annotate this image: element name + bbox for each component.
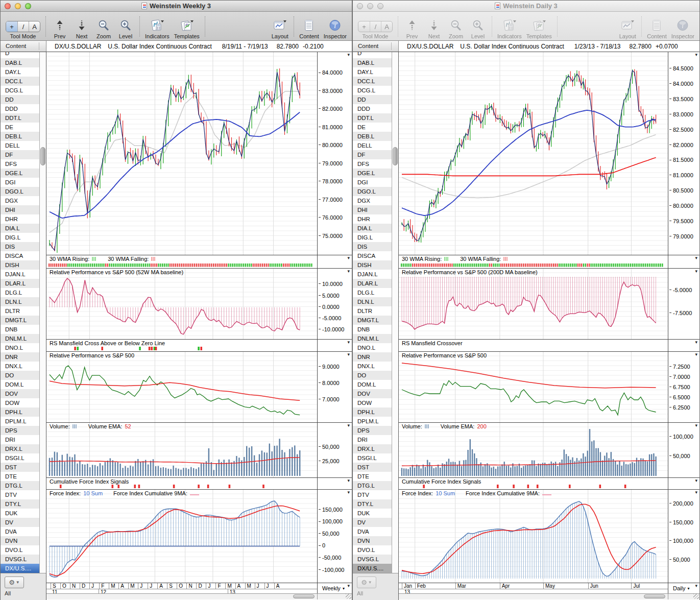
- sidebar-ticker-item[interactable]: DCC.L: [353, 77, 392, 86]
- sidebar-ticker-item[interactable]: DUK: [353, 509, 392, 518]
- tool-mode-text[interactable]: A: [29, 21, 40, 32]
- sidebar-ticker-item[interactable]: DLG.L: [1, 288, 39, 297]
- sidebar-ticker-item[interactable]: DISCA: [1, 251, 39, 260]
- force-index-canvas[interactable]: [399, 490, 668, 583]
- sidebar-ticker-item[interactable]: DHR: [1, 214, 39, 224]
- rel-perf-200d-plot[interactable]: Relative Performance vs S&P 500 (200D MA…: [399, 269, 668, 339]
- sidebar-ticker-item[interactable]: DMGT.L: [353, 316, 392, 325]
- toolbar-content-button[interactable]: Content: [299, 14, 319, 39]
- panel-collapse-icon[interactable]: ▾: [695, 478, 697, 483]
- sidebar-ticker-item[interactable]: DNX.L: [1, 362, 39, 371]
- sidebar-ticker-item[interactable]: DEB.L: [1, 132, 39, 141]
- sidebar-ticker-item[interactable]: DIS: [353, 242, 392, 251]
- force-index-plot[interactable]: Force Index:10 SumForce Index Cumulative…: [399, 490, 668, 583]
- sidebar-ticker-item[interactable]: DIA.L: [353, 224, 392, 233]
- sidebar-ticker-item[interactable]: DPS: [1, 426, 39, 435]
- sidebar-ticker-item[interactable]: DLAR.L: [353, 279, 392, 288]
- panel-collapse-icon[interactable]: ▾: [347, 340, 350, 345]
- tool-mode-line[interactable]: /: [370, 21, 381, 32]
- panel-collapse-icon[interactable]: ▾: [347, 584, 350, 588]
- sidebar-ticker-item[interactable]: DMGT.L: [1, 316, 39, 325]
- sidebar-ticker-item[interactable]: DNR: [353, 352, 392, 362]
- toolbar-zoom-button[interactable]: Zoom: [447, 14, 465, 39]
- toolbar-content-button[interactable]: Content: [647, 14, 667, 39]
- panel-collapse-icon[interactable]: ▾: [695, 423, 697, 428]
- rel-perf-canvas[interactable]: [46, 352, 317, 422]
- sidebar-ticker-item[interactable]: DLN.L: [1, 297, 39, 306]
- sidebar-ticker-item[interactable]: DGE.L: [353, 169, 392, 178]
- sidebar-ticker-item[interactable]: DNLM.L: [353, 334, 392, 343]
- price-plot[interactable]: [399, 52, 668, 255]
- toolbar-next-button[interactable]: Next: [425, 14, 443, 39]
- sidebar-ticker-item[interactable]: DLG.L: [353, 288, 392, 297]
- sidebar-ticker-item[interactable]: DTY.L: [353, 499, 392, 509]
- sidebar-ticker-item[interactable]: DTV: [353, 490, 392, 499]
- sidebar-ticker-item[interactable]: DELL: [1, 141, 39, 150]
- horizontal-scrollbar[interactable]: [46, 594, 317, 599]
- toolbar-templates-button[interactable]: Templates: [174, 14, 200, 39]
- sidebar-ticker-item[interactable]: DISH: [353, 260, 392, 270]
- sidebar-ticker-item[interactable]: DX/U.S....: [353, 564, 392, 573]
- sidebar-ticker-item[interactable]: D: [353, 52, 392, 58]
- sidebar-ticker-item[interactable]: DV: [1, 518, 39, 527]
- sidebar-ticker-item[interactable]: DOM.L: [1, 380, 39, 389]
- sidebar-ticker-item[interactable]: DF: [353, 150, 392, 159]
- price-canvas[interactable]: [399, 52, 668, 255]
- volume-plot[interactable]: Volume:Volume EMA:52: [46, 423, 317, 477]
- resize-grip[interactable]: [346, 594, 351, 599]
- cfi-signals-plot[interactable]: Cumulative Force Index Signals: [399, 478, 668, 489]
- sidebar-ticker-item[interactable]: DNX.L: [353, 362, 392, 371]
- panel-collapse-icon[interactable]: ▾: [695, 53, 697, 57]
- tool-mode-pointer[interactable]: +: [6, 21, 17, 32]
- sidebar-ticker-item[interactable]: D: [1, 52, 39, 58]
- rel-perf-52w-plot[interactable]: Relative Performance vs S&P 500 (52W MA …: [46, 269, 317, 339]
- toolbar-inspector-button[interactable]: iInspector: [671, 14, 694, 39]
- sidebar-scrollbar[interactable]: [39, 52, 46, 573]
- panel-collapse-icon[interactable]: ▾: [347, 256, 350, 260]
- sidebar-ticker-item[interactable]: DV: [353, 518, 392, 527]
- sidebar-ticker-item[interactable]: DGO.L: [1, 187, 39, 196]
- volume-plot[interactable]: Volume:Volume EMA:200: [399, 423, 668, 477]
- tool-mode-line[interactable]: /: [17, 21, 29, 32]
- sidebar-ticker-item[interactable]: DIS: [1, 242, 39, 251]
- sidebar-ticker-item[interactable]: DF: [1, 150, 39, 159]
- sidebar-ticker-item[interactable]: DD: [353, 95, 392, 104]
- toolbar-indicators-button[interactable]: Indicators: [145, 14, 170, 39]
- panel-collapse-icon[interactable]: ▾: [347, 269, 350, 274]
- sidebar-ticker-item[interactable]: DAY.L: [1, 67, 39, 77]
- sidebar-ticker-item[interactable]: DE: [1, 123, 39, 132]
- panel-collapse-icon[interactable]: ▾: [695, 352, 697, 357]
- sidebar-ticker-item[interactable]: DPH.L: [353, 407, 392, 417]
- sidebar-ticker-item[interactable]: DTG.L: [353, 481, 392, 490]
- time-axis-plot[interactable]: JanFebMarAprMayJunJul13: [399, 583, 668, 594]
- time-axis-plot[interactable]: SONDJFMAMJJASONDJFMAMJJA111213: [46, 583, 317, 594]
- rel-perf-plot[interactable]: Relative Performance vs S&P 500: [46, 352, 317, 422]
- panel-collapse-icon[interactable]: ▾: [695, 584, 697, 588]
- sidebar-ticker-item[interactable]: DJAN.L: [353, 270, 392, 279]
- sidebar-ticker-item[interactable]: DOM.L: [353, 380, 392, 389]
- sidebar-ticker-item[interactable]: DELL: [353, 141, 392, 150]
- scrollbar-thumb[interactable]: [40, 147, 45, 165]
- panel-collapse-icon[interactable]: ▾: [347, 478, 350, 483]
- scrollbar-thumb[interactable]: [393, 147, 398, 165]
- sidebar-ticker-item[interactable]: DVO.L: [353, 545, 392, 555]
- sidebar-ticker-item[interactable]: DFS: [1, 159, 39, 169]
- rel-perf-plot[interactable]: Relative Performance vs S&P 500: [399, 352, 668, 422]
- hscroll-thumb[interactable]: [644, 594, 665, 598]
- sidebar-ticker-item[interactable]: DVN: [353, 536, 392, 545]
- wma-strip-plot[interactable]: 30 WMA Rising:30 WMA Falling:: [399, 255, 668, 268]
- sidebar-ticker-item[interactable]: DOW: [353, 398, 392, 407]
- sidebar-ticker-item[interactable]: DGO.L: [353, 187, 392, 196]
- force-index-plot[interactable]: Force Index:10 SumForce Index Cumulative…: [46, 490, 317, 583]
- sidebar-ticker-item[interactable]: DE: [353, 123, 392, 132]
- sidebar-ticker-item[interactable]: DRI: [1, 435, 39, 444]
- toolbar-layout-button[interactable]: Layout: [619, 14, 636, 39]
- panel-collapse-icon[interactable]: ▾: [347, 53, 350, 57]
- tool-mode-text[interactable]: A: [381, 21, 392, 32]
- sidebar-ticker-item[interactable]: DNO.L: [1, 343, 39, 352]
- title-bar[interactable]: Weinstein Daily 3: [353, 1, 699, 12]
- sidebar-ticker-item[interactable]: DCG.L: [353, 86, 392, 95]
- toolbar-zoom-button[interactable]: Zoom: [95, 14, 112, 39]
- sidebar-ticker-item[interactable]: DSGI.L: [1, 453, 39, 463]
- volume-canvas[interactable]: [399, 423, 668, 477]
